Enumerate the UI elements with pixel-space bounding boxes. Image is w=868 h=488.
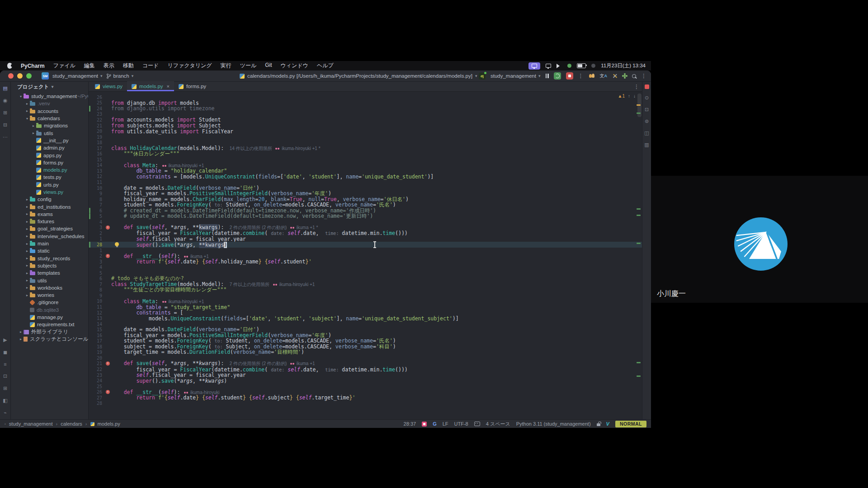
- window-more-menu[interactable]: ⋮: [641, 73, 646, 79]
- tree-item-utils[interactable]: ▸utils: [11, 129, 88, 136]
- code-line[interactable]: 15: [89, 157, 642, 163]
- menu-item[interactable]: 実行: [221, 62, 231, 70]
- tree-item-goal_strategies[interactable]: ▸goal_strategies: [11, 225, 88, 232]
- code-line[interactable]: 13 db_table = "holiday_calendar": [89, 168, 642, 174]
- display-icon[interactable]: [546, 64, 551, 68]
- indent-style[interactable]: 4 スペース: [486, 421, 510, 427]
- tree-item-forms.py[interactable]: forms.py: [11, 159, 88, 166]
- tree-item-apps.py[interactable]: apps.py: [11, 151, 88, 159]
- tools-icon[interactable]: [612, 73, 618, 79]
- menu-item[interactable]: 移動: [123, 62, 134, 70]
- prev-problem-arrow[interactable]: ↑: [628, 94, 630, 99]
- branch-name[interactable]: branch: [113, 73, 129, 79]
- tree-item-.venv[interactable]: ▸.venv: [11, 100, 88, 107]
- overrides-method-icon[interactable]: ↑: [106, 254, 110, 258]
- code-line[interactable]: 25from django.db import models: [89, 100, 642, 106]
- tree-item-main[interactable]: ▸main: [11, 240, 88, 247]
- tree-item-外部ライブラリ[interactable]: ▸外部ライブラリ: [11, 328, 88, 336]
- editor-tab-models.py[interactable]: models.py×: [127, 81, 174, 91]
- code-line[interactable]: 26: [89, 94, 642, 100]
- translate-icon[interactable]: 文A: [600, 73, 608, 79]
- more-tools-icon[interactable]: ⋯: [3, 134, 8, 140]
- menu-item[interactable]: ツール: [240, 62, 257, 70]
- code-line[interactable]: 25: [89, 384, 642, 389]
- tree-item-calendars[interactable]: ▾calendars: [11, 115, 88, 122]
- menu-item[interactable]: ヘルプ: [317, 62, 334, 70]
- code-editor[interactable]: 2625from django.db import models24from d…: [89, 92, 642, 419]
- overrides-method-icon[interactable]: ↑: [106, 361, 110, 366]
- tree-item-exams[interactable]: ▸exams: [11, 211, 88, 218]
- code-line[interactable]: 12 constraints = [models.UniqueConstrain…: [89, 174, 642, 180]
- debug-tool-icon[interactable]: ◼: [3, 349, 7, 355]
- screen-share-indicator[interactable]: [528, 62, 540, 70]
- run-more-menu[interactable]: ⋮: [578, 73, 584, 79]
- code-line[interactable]: 20from utils.date_utils import FiscalYea…: [89, 128, 642, 134]
- project-panel-header[interactable]: プロジェクト▾: [11, 82, 88, 92]
- scroll-change-mark[interactable]: [637, 362, 641, 363]
- tree-item-study_records[interactable]: ▸study_records: [11, 255, 88, 262]
- tree-item-ed_institutions[interactable]: ▸ed_institutions: [11, 203, 88, 210]
- tree-item-requirements.txt[interactable]: requirements.txt: [11, 321, 88, 328]
- rerun-button[interactable]: [554, 72, 561, 80]
- tree-item-urls.py[interactable]: urls.py: [11, 181, 88, 188]
- code-line[interactable]: 21from subjects.models import Subject: [89, 123, 642, 129]
- code-with-me-icon[interactable]: [589, 74, 595, 78]
- tree-item-fixtures[interactable]: ▸fixtures: [11, 218, 88, 225]
- code-line[interactable]: 1 self.fiscal_year = fiscal_year.year: [89, 236, 642, 242]
- close-tab-icon[interactable]: ×: [167, 84, 170, 89]
- menu-item[interactable]: 表示: [104, 62, 114, 70]
- tree-item-utils[interactable]: ▸utils: [11, 277, 88, 284]
- menu-item[interactable]: ウィンドウ: [281, 62, 308, 70]
- code-line[interactable]: 11 db_table = "study_target_time": [89, 304, 642, 310]
- breadcrumb-item[interactable]: calendars: [61, 421, 82, 427]
- close-window-button[interactable]: [8, 73, 14, 79]
- code-line[interactable]: 22from accounts.models import Student: [89, 117, 642, 123]
- code-line[interactable]: 28 super().save(*args, **kwargs): [89, 242, 642, 248]
- breadcrumb-item[interactable]: study_management: [9, 421, 53, 427]
- python-interpreter[interactable]: Python 3.11 (study_management): [516, 421, 591, 427]
- control-center-icon[interactable]: [591, 64, 595, 68]
- code-line[interactable]: 27 return f'{self.date} {self.student} {…: [89, 395, 642, 401]
- notification-error-icon[interactable]: [645, 84, 649, 89]
- scroll-change-mark[interactable]: [637, 215, 641, 216]
- run-tool-icon[interactable]: ▶: [3, 337, 7, 343]
- menu-item[interactable]: ファイル: [53, 62, 75, 70]
- menu-item[interactable]: 編集: [84, 62, 95, 70]
- tree-item-models.py[interactable]: models.py: [11, 166, 88, 174]
- code-line[interactable]: 9: [89, 293, 642, 299]
- documentation-tool-icon[interactable]: ▥: [644, 142, 649, 148]
- gradle-tool-icon[interactable]: ◫: [644, 130, 649, 136]
- copilot-icon[interactable]: [474, 422, 480, 426]
- tree-item-worries[interactable]: ▸worries: [11, 291, 88, 299]
- maximize-window-button[interactable]: [26, 73, 32, 79]
- code-line[interactable]: 2↑ def __str__(self): ikuma +1: [89, 253, 642, 259]
- menu-item[interactable]: Git: [265, 62, 272, 70]
- code-line[interactable]: 14 class Meta: ikuma-hiroyuki +1: [89, 163, 642, 169]
- code-line[interactable]: 8 """生徒ごとの学習目標時間カレンダー""": [89, 287, 642, 293]
- code-line[interactable]: 24from django.utils import timezone: [89, 106, 642, 112]
- stop-button[interactable]: [566, 72, 573, 80]
- code-line[interactable]: 16 """休日カレンダー""": [89, 151, 642, 157]
- unlock-icon[interactable]: [597, 423, 600, 426]
- code-line[interactable]: 28: [89, 401, 642, 407]
- menu-clock[interactable]: 11月23日(土) 13:34: [601, 62, 646, 69]
- tree-item-templates[interactable]: ▸templates: [11, 269, 88, 277]
- ideavim-icon[interactable]: V: [606, 421, 609, 427]
- services-tool-icon[interactable]: ⌁: [4, 410, 7, 416]
- code-line[interactable]: 19 target_time = models.DurationField(ve…: [89, 350, 642, 356]
- tab-options-menu[interactable]: ⋮: [634, 84, 639, 90]
- notifications-bell-icon[interactable]: ⊙: [645, 95, 649, 101]
- code-line[interactable]: 23: [89, 112, 642, 117]
- battery-icon[interactable]: [577, 63, 586, 68]
- database-tool-icon[interactable]: ⊜: [645, 118, 649, 124]
- next-problem-arrow[interactable]: ↓: [633, 94, 636, 99]
- scroll-change-mark[interactable]: [637, 375, 641, 377]
- minimize-window-button[interactable]: [17, 73, 23, 79]
- search-everywhere-icon[interactable]: [632, 74, 636, 78]
- editor-tab-forms.py[interactable]: forms.py: [174, 81, 211, 91]
- code-line[interactable]: 10 class Meta: ikuma-hiroyuki +1: [89, 299, 642, 305]
- pause-icon[interactable]: [546, 74, 549, 78]
- tree-item-config[interactable]: ▸config: [11, 196, 88, 203]
- todo-tool-icon[interactable]: ⊞: [3, 385, 7, 391]
- tree-item-workbooks[interactable]: ▸workbooks: [11, 284, 88, 291]
